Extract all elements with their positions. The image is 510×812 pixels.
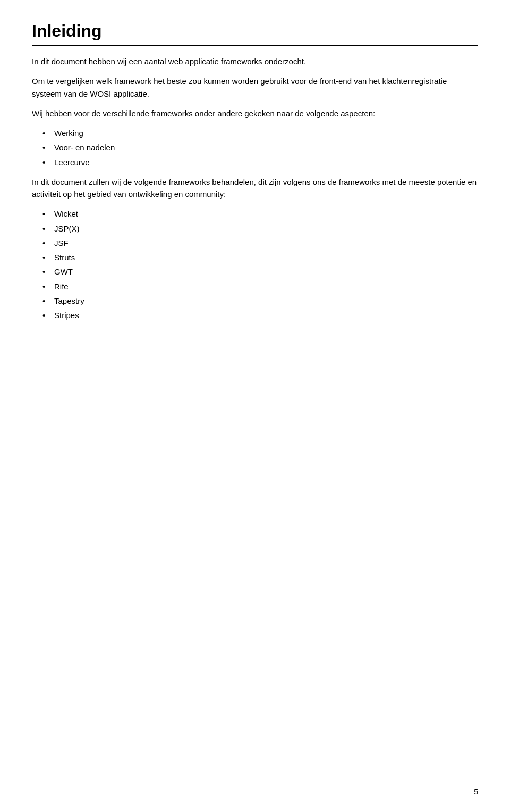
list-item: Voor- en nadelen: [42, 141, 478, 153]
list-item: JSF: [42, 237, 478, 249]
paragraph-2: Om te vergelijken welk framework het bes…: [32, 75, 478, 100]
paragraph-1: In dit document hebben wij een aantal we…: [32, 55, 478, 67]
list-item: Tapestry: [42, 295, 478, 307]
aspects-list: Werking Voor- en nadelen Leercurve: [42, 127, 478, 168]
paragraph-4: In dit document zullen wij de volgende f…: [32, 176, 478, 201]
list-item: JSP(X): [42, 223, 478, 235]
page-number: 5: [474, 788, 478, 796]
list-item: Struts: [42, 251, 478, 263]
frameworks-list: Wicket JSP(X) JSF Struts GWT Rife Tapest…: [42, 208, 478, 321]
list-item: Stripes: [42, 309, 478, 321]
list-item: GWT: [42, 266, 478, 278]
page-title: Inleiding: [32, 21, 478, 46]
list-item: Rife: [42, 280, 478, 293]
content-section: In dit document hebben wij een aantal we…: [32, 55, 478, 321]
list-item: Wicket: [42, 208, 478, 220]
paragraph-3: Wij hebben voor de verschillende framewo…: [32, 107, 478, 119]
list-item: Werking: [42, 127, 478, 139]
list-item: Leercurve: [42, 156, 478, 168]
page-container: Inleiding In dit document hebben wij een…: [0, 0, 510, 361]
